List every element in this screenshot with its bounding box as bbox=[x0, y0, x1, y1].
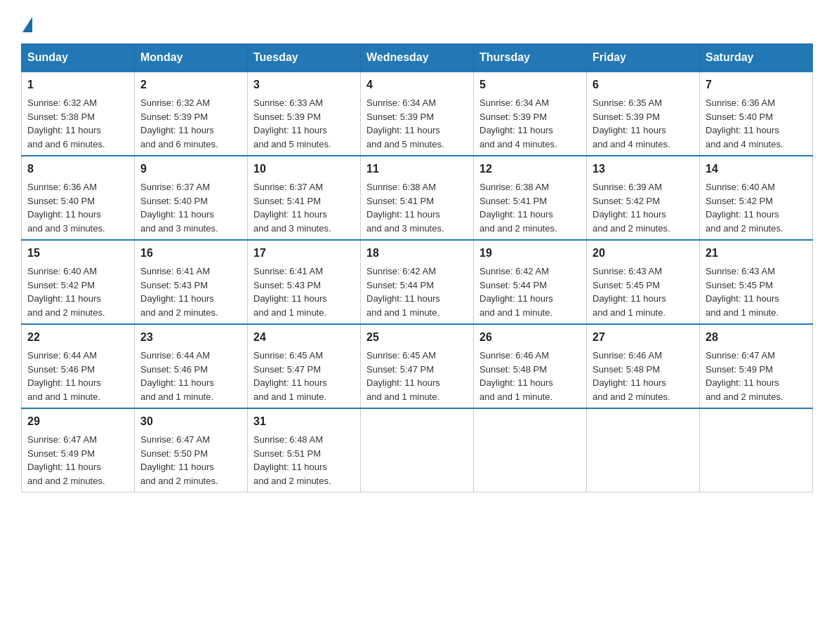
calendar-cell: 16Sunrise: 6:41 AMSunset: 5:43 PMDayligh… bbox=[135, 240, 248, 324]
logo bbox=[21, 14, 32, 29]
day-info: Sunrise: 6:38 AMSunset: 5:41 PMDaylight:… bbox=[366, 180, 468, 235]
day-number: 15 bbox=[27, 245, 128, 262]
day-number: 13 bbox=[593, 161, 694, 177]
calendar-cell: 2Sunrise: 6:32 AMSunset: 5:39 PMDaylight… bbox=[135, 72, 248, 156]
weekday-header-wednesday: Wednesday bbox=[361, 44, 474, 72]
calendar-cell: 9Sunrise: 6:37 AMSunset: 5:40 PMDaylight… bbox=[135, 156, 248, 240]
day-info: Sunrise: 6:39 AMSunset: 5:42 PMDaylight:… bbox=[593, 180, 694, 235]
day-number: 5 bbox=[479, 76, 581, 93]
page-header bbox=[21, 14, 813, 29]
day-number: 7 bbox=[706, 76, 807, 93]
calendar-cell: 24Sunrise: 6:45 AMSunset: 5:47 PMDayligh… bbox=[248, 324, 361, 408]
calendar-cell: 19Sunrise: 6:42 AMSunset: 5:44 PMDayligh… bbox=[474, 240, 587, 324]
weekday-header-friday: Friday bbox=[587, 44, 700, 72]
calendar-cell: 8Sunrise: 6:36 AMSunset: 5:40 PMDaylight… bbox=[22, 156, 135, 240]
calendar-cell: 26Sunrise: 6:46 AMSunset: 5:48 PMDayligh… bbox=[474, 324, 587, 408]
day-number: 8 bbox=[27, 161, 128, 177]
day-info: Sunrise: 6:40 AMSunset: 5:42 PMDaylight:… bbox=[27, 264, 128, 319]
day-number: 4 bbox=[366, 76, 468, 93]
day-number: 19 bbox=[479, 245, 581, 262]
calendar-cell: 18Sunrise: 6:42 AMSunset: 5:44 PMDayligh… bbox=[361, 240, 474, 324]
day-number: 17 bbox=[253, 245, 355, 262]
day-info: Sunrise: 6:45 AMSunset: 5:47 PMDaylight:… bbox=[253, 349, 355, 403]
day-number: 24 bbox=[253, 329, 355, 346]
calendar-cell bbox=[361, 408, 474, 492]
day-info: Sunrise: 6:37 AMSunset: 5:41 PMDaylight:… bbox=[253, 180, 355, 235]
calendar-cell: 17Sunrise: 6:41 AMSunset: 5:43 PMDayligh… bbox=[248, 240, 361, 324]
weekday-header-thursday: Thursday bbox=[474, 44, 587, 72]
calendar-cell: 29Sunrise: 6:47 AMSunset: 5:49 PMDayligh… bbox=[22, 408, 135, 492]
day-info: Sunrise: 6:47 AMSunset: 5:50 PMDaylight:… bbox=[140, 433, 241, 488]
calendar-week-row-5: 29Sunrise: 6:47 AMSunset: 5:49 PMDayligh… bbox=[22, 408, 813, 492]
calendar-week-row-4: 22Sunrise: 6:44 AMSunset: 5:46 PMDayligh… bbox=[22, 324, 813, 408]
day-number: 3 bbox=[253, 76, 355, 93]
day-info: Sunrise: 6:44 AMSunset: 5:46 PMDaylight:… bbox=[140, 349, 241, 403]
day-info: Sunrise: 6:40 AMSunset: 5:42 PMDaylight:… bbox=[706, 180, 807, 235]
weekday-header-monday: Monday bbox=[135, 44, 248, 72]
weekday-header-saturday: Saturday bbox=[700, 44, 813, 72]
calendar-cell: 27Sunrise: 6:46 AMSunset: 5:48 PMDayligh… bbox=[587, 324, 700, 408]
day-number: 9 bbox=[140, 161, 241, 177]
day-number: 2 bbox=[140, 76, 241, 93]
day-info: Sunrise: 6:38 AMSunset: 5:41 PMDaylight:… bbox=[479, 180, 581, 235]
day-number: 29 bbox=[27, 413, 128, 430]
day-info: Sunrise: 6:47 AMSunset: 5:49 PMDaylight:… bbox=[706, 349, 807, 403]
calendar-cell: 31Sunrise: 6:48 AMSunset: 5:51 PMDayligh… bbox=[248, 408, 361, 492]
day-info: Sunrise: 6:34 AMSunset: 5:39 PMDaylight:… bbox=[479, 96, 581, 151]
calendar-cell: 14Sunrise: 6:40 AMSunset: 5:42 PMDayligh… bbox=[700, 156, 813, 240]
calendar-cell: 13Sunrise: 6:39 AMSunset: 5:42 PMDayligh… bbox=[587, 156, 700, 240]
day-info: Sunrise: 6:36 AMSunset: 5:40 PMDaylight:… bbox=[706, 96, 807, 151]
calendar-cell: 10Sunrise: 6:37 AMSunset: 5:41 PMDayligh… bbox=[248, 156, 361, 240]
calendar-cell: 21Sunrise: 6:43 AMSunset: 5:45 PMDayligh… bbox=[700, 240, 813, 324]
day-info: Sunrise: 6:43 AMSunset: 5:45 PMDaylight:… bbox=[593, 264, 694, 319]
day-number: 31 bbox=[253, 413, 355, 430]
day-number: 28 bbox=[706, 329, 807, 346]
calendar-cell: 30Sunrise: 6:47 AMSunset: 5:50 PMDayligh… bbox=[135, 408, 248, 492]
calendar-week-row-3: 15Sunrise: 6:40 AMSunset: 5:42 PMDayligh… bbox=[22, 240, 813, 324]
day-info: Sunrise: 6:35 AMSunset: 5:39 PMDaylight:… bbox=[593, 96, 694, 151]
logo-top bbox=[21, 14, 32, 32]
day-number: 21 bbox=[706, 245, 807, 262]
day-info: Sunrise: 6:48 AMSunset: 5:51 PMDaylight:… bbox=[253, 433, 355, 488]
calendar-cell bbox=[700, 408, 813, 492]
calendar-cell bbox=[474, 408, 587, 492]
day-number: 14 bbox=[706, 161, 807, 177]
calendar-cell: 7Sunrise: 6:36 AMSunset: 5:40 PMDaylight… bbox=[700, 72, 813, 156]
day-info: Sunrise: 6:32 AMSunset: 5:39 PMDaylight:… bbox=[140, 96, 241, 151]
day-number: 23 bbox=[140, 329, 241, 346]
day-info: Sunrise: 6:41 AMSunset: 5:43 PMDaylight:… bbox=[140, 264, 241, 319]
day-info: Sunrise: 6:42 AMSunset: 5:44 PMDaylight:… bbox=[366, 264, 468, 319]
calendar-cell: 23Sunrise: 6:44 AMSunset: 5:46 PMDayligh… bbox=[135, 324, 248, 408]
day-info: Sunrise: 6:45 AMSunset: 5:47 PMDaylight:… bbox=[366, 349, 468, 403]
day-number: 12 bbox=[479, 161, 581, 177]
day-number: 18 bbox=[366, 245, 468, 262]
calendar-cell: 6Sunrise: 6:35 AMSunset: 5:39 PMDaylight… bbox=[587, 72, 700, 156]
calendar-cell: 5Sunrise: 6:34 AMSunset: 5:39 PMDaylight… bbox=[474, 72, 587, 156]
day-info: Sunrise: 6:32 AMSunset: 5:38 PMDaylight:… bbox=[27, 96, 128, 151]
day-info: Sunrise: 6:46 AMSunset: 5:48 PMDaylight:… bbox=[593, 349, 694, 403]
day-info: Sunrise: 6:43 AMSunset: 5:45 PMDaylight:… bbox=[706, 264, 807, 319]
day-number: 1 bbox=[27, 76, 128, 93]
calendar-cell: 28Sunrise: 6:47 AMSunset: 5:49 PMDayligh… bbox=[700, 324, 813, 408]
calendar-cell: 15Sunrise: 6:40 AMSunset: 5:42 PMDayligh… bbox=[22, 240, 135, 324]
calendar-cell: 1Sunrise: 6:32 AMSunset: 5:38 PMDaylight… bbox=[22, 72, 135, 156]
day-info: Sunrise: 6:47 AMSunset: 5:49 PMDaylight:… bbox=[27, 433, 128, 488]
day-info: Sunrise: 6:33 AMSunset: 5:39 PMDaylight:… bbox=[253, 96, 355, 151]
day-number: 30 bbox=[140, 413, 241, 430]
day-info: Sunrise: 6:41 AMSunset: 5:43 PMDaylight:… bbox=[253, 264, 355, 319]
day-number: 20 bbox=[593, 245, 694, 262]
calendar-cell: 11Sunrise: 6:38 AMSunset: 5:41 PMDayligh… bbox=[361, 156, 474, 240]
calendar-cell: 20Sunrise: 6:43 AMSunset: 5:45 PMDayligh… bbox=[587, 240, 700, 324]
calendar-cell bbox=[587, 408, 700, 492]
weekday-header-tuesday: Tuesday bbox=[248, 44, 361, 72]
calendar-cell: 3Sunrise: 6:33 AMSunset: 5:39 PMDaylight… bbox=[248, 72, 361, 156]
day-number: 22 bbox=[27, 329, 128, 346]
weekday-header-row: SundayMondayTuesdayWednesdayThursdayFrid… bbox=[22, 44, 813, 72]
day-number: 26 bbox=[479, 329, 581, 346]
weekday-header-sunday: Sunday bbox=[22, 44, 135, 72]
day-number: 27 bbox=[593, 329, 694, 346]
day-info: Sunrise: 6:42 AMSunset: 5:44 PMDaylight:… bbox=[479, 264, 581, 319]
calendar-week-row-2: 8Sunrise: 6:36 AMSunset: 5:40 PMDaylight… bbox=[22, 156, 813, 240]
calendar-table: SundayMondayTuesdayWednesdayThursdayFrid… bbox=[21, 43, 813, 492]
calendar-cell: 22Sunrise: 6:44 AMSunset: 5:46 PMDayligh… bbox=[22, 324, 135, 408]
